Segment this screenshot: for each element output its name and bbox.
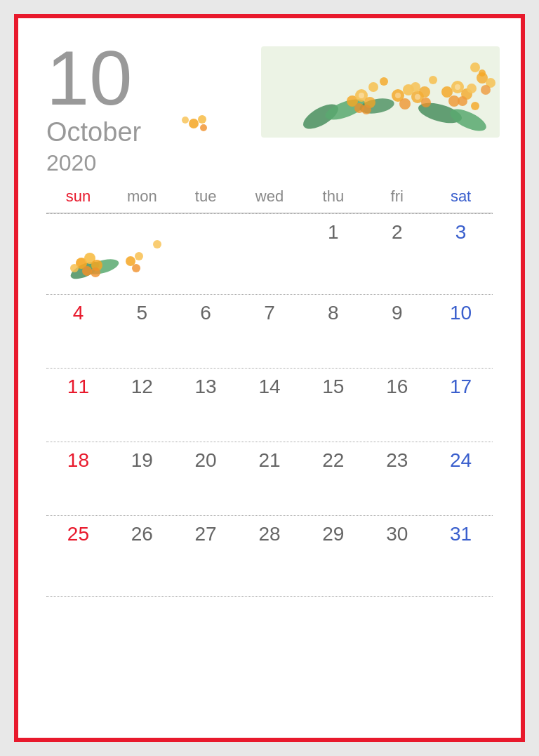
day-10: 10 [429,295,493,368]
day-29: 29 [301,516,365,589]
day-headers-row: sun mon tue wed thu fri sat [46,183,493,210]
svg-point-35 [359,93,364,98]
header-tue: tue [174,183,238,210]
week-2: 4 5 6 7 8 9 10 [46,294,493,368]
header-flowers-illustration [237,39,503,180]
calendar-page: 10 October 2020 [14,14,525,742]
day-28: 28 [238,516,302,589]
day-19: 19 [110,442,174,515]
calendar-grid: sun mon tue wed thu fri sat 1 2 3 [46,183,493,724]
day-5: 5 [110,295,174,368]
svg-point-30 [470,62,480,72]
week-5: 25 26 27 28 29 30 31 [46,515,493,589]
day-17: 17 [429,369,493,442]
month-info: 10 October 2020 [46,39,215,176]
svg-point-11 [421,98,431,107]
day-18: 18 [46,442,110,515]
day-4: 4 [46,295,110,368]
header-sat: sat [429,183,493,210]
day-3: 3 [429,214,493,294]
header-mon: mon [110,183,174,210]
day-empty [174,214,238,294]
day-22: 22 [301,442,365,515]
day-9: 9 [365,295,429,368]
svg-point-38 [200,124,207,131]
svg-point-34 [455,84,460,90]
header-wed: wed [238,183,302,210]
day-27: 27 [174,516,238,589]
day-7: 7 [238,295,302,368]
svg-point-31 [479,69,486,77]
svg-point-8 [399,98,411,110]
header-thu: thu [301,183,365,210]
day-31: 31 [429,516,493,589]
day-14: 14 [238,369,302,442]
header-sun: sun [46,183,110,210]
scattered-flower-left [173,110,215,138]
day-empty [110,214,174,294]
week-1: 1 2 3 [46,213,493,294]
month-name: October [46,118,141,147]
day-11: 11 [46,369,110,442]
svg-point-39 [182,117,189,124]
header-fri: fri [365,183,429,210]
svg-point-37 [198,115,206,124]
day-empty [46,214,110,294]
day-30: 30 [365,516,429,589]
svg-point-36 [189,119,199,128]
svg-point-12 [441,86,453,98]
day-8: 8 [301,295,365,368]
day-13: 13 [174,369,238,442]
day-15: 15 [301,369,365,442]
week-4: 18 19 20 21 22 23 24 [46,442,493,515]
day-26: 26 [110,516,174,589]
svg-point-16 [458,96,467,106]
day-12: 12 [110,369,174,442]
svg-point-26 [368,82,378,92]
svg-point-9 [411,82,420,92]
svg-point-32 [395,93,401,98]
day-2: 2 [365,214,429,294]
year-number: 2020 [46,150,96,176]
svg-point-20 [481,85,491,95]
svg-point-29 [471,102,479,110]
svg-point-17 [467,84,477,93]
day-1: 1 [301,214,365,294]
svg-point-27 [380,77,388,86]
month-number: 10 [46,39,132,117]
bottom-divider [46,596,493,597]
svg-point-25 [361,105,371,114]
day-20: 20 [174,442,238,515]
svg-point-28 [429,76,437,84]
day-empty [238,214,302,294]
header-section: 10 October 2020 [46,39,493,176]
day-24: 24 [429,442,493,515]
week-3: 11 12 13 14 15 16 17 [46,368,493,442]
day-23: 23 [365,442,429,515]
day-25: 25 [46,516,110,589]
day-6: 6 [174,295,238,368]
svg-point-10 [419,86,430,98]
svg-point-33 [415,94,420,100]
day-16: 16 [365,369,429,442]
day-21: 21 [238,442,302,515]
illustration-area [215,39,493,46]
